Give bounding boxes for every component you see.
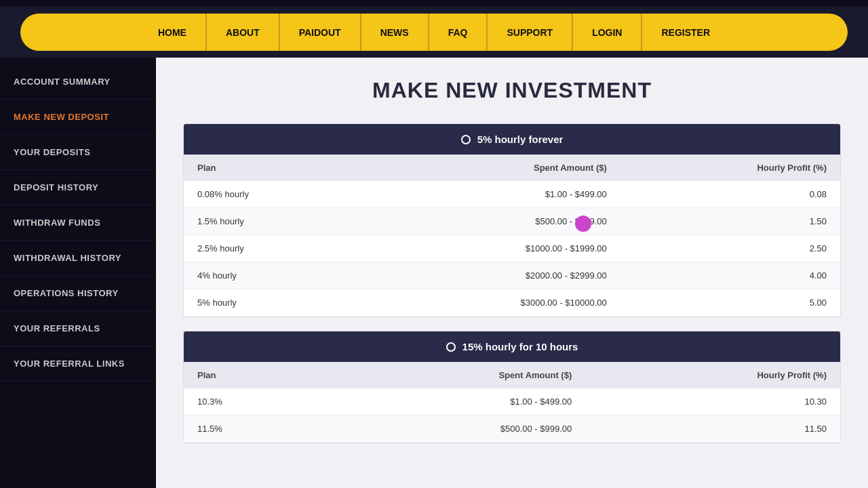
table-row: 10.3%$1.00 - $499.0010.30 [184,388,840,415]
hourly-profit-0-0: 0.08 [620,181,840,208]
sidebar-item-operations-history[interactable]: OPERATIONS HISTORY [0,276,156,311]
table-row: 0.08% hourly$1.00 - $499.000.08 [184,181,840,208]
col-header-1-2: Hourly Profit (%) [585,362,840,388]
spent-amount-0-0: $1.00 - $499.00 [363,181,620,208]
spent-amount-0-3: $2000.00 - $2999.00 [363,262,620,289]
nav-item-login[interactable]: LOGIN [573,14,642,51]
sidebar: ACCOUNT SUMMARYMAKE NEW DEPOSITYOUR DEPO… [0,58,156,488]
plan-container: 5% hourly foreverPlanSpent Amount ($)Hou… [183,123,841,443]
sidebar-item-your-deposits[interactable]: YOUR DEPOSITS [0,135,156,170]
plan-name-0-0: 0.08% hourly [184,181,363,208]
spent-amount-1-0: $1.00 - $499.00 [321,388,586,415]
nav-item-paidout[interactable]: PAIDOUT [280,14,361,51]
hourly-profit-0-3: 4.00 [620,262,840,289]
plan-name-0-1: 1.5% hourly [184,208,363,235]
sidebar-item-your-referral-links[interactable]: YOUR REFERRAL LINKS [0,346,156,382]
plan-header-0[interactable]: 5% hourly forever [184,124,840,155]
plan-section-1: 15% hourly for 10 hoursPlanSpent Amount … [183,331,841,443]
plan-name-1-1: 11.5% [184,415,321,443]
plan-table-1: PlanSpent Amount ($)Hourly Profit (%)10.… [184,362,840,443]
hourly-profit-1-0: 10.30 [585,388,840,415]
col-header-0-1: Spent Amount ($) [363,155,620,181]
plan-section-0: 5% hourly foreverPlanSpent Amount ($)Hou… [183,123,841,317]
nav-item-faq[interactable]: FAQ [429,14,488,51]
table-row: 11.5%$500.00 - $999.0011.50 [184,415,840,443]
main-content: MAKE NEW INVESTMENT 5% hourly foreverPla… [156,58,868,488]
nav-item-support[interactable]: SUPPORT [488,14,573,51]
spent-amount-0-1: $500.00 - $999.00 [363,208,620,235]
table-row: 1.5% hourly$500.00 - $999.001.50 [184,208,840,235]
plan-header-1[interactable]: 15% hourly for 10 hours [184,331,840,362]
sidebar-item-deposit-history[interactable]: DEPOSIT HISTORY [0,170,156,205]
nav-item-home[interactable]: HOME [139,14,207,51]
table-row: 5% hourly$3000.00 - $10000.005.00 [184,289,840,317]
plan-table-0: PlanSpent Amount ($)Hourly Profit (%)0.0… [184,155,840,317]
table-row: 2.5% hourly$1000.00 - $1999.002.50 [184,235,840,262]
nav-item-news[interactable]: NEWS [361,14,429,51]
hourly-profit-0-4: 5.00 [620,289,840,317]
col-header-1-0: Plan [184,362,321,388]
spent-amount-1-1: $500.00 - $999.00 [321,415,586,443]
hourly-profit-0-2: 2.50 [620,235,840,262]
sidebar-item-withdraw-funds[interactable]: WITHDRAW FUNDS [0,205,156,241]
nav-item-register[interactable]: REGISTER [642,14,729,51]
radio-circle-1 [446,342,456,352]
hourly-profit-1-1: 11.50 [585,415,840,443]
navbar: HOMEABOUTPAIDOUTNEWSFAQSUPPORTLOGINREGIS… [20,14,848,51]
sidebar-item-withdrawal-history[interactable]: WITHDRAWAL HISTORY [0,241,156,276]
plan-name-0-4: 5% hourly [184,289,363,317]
sidebar-item-account-summary[interactable]: ACCOUNT SUMMARY [0,64,156,100]
plan-name-1-0: 10.3% [184,388,321,415]
nav-item-about[interactable]: ABOUT [207,14,280,51]
spent-amount-0-4: $3000.00 - $10000.00 [363,289,620,317]
page-title: MAKE NEW INVESTMENT [183,78,841,103]
plan-name-0-2: 2.5% hourly [184,235,363,262]
table-row: 4% hourly$2000.00 - $2999.004.00 [184,262,840,289]
spent-amount-0-2: $1000.00 - $1999.00 [363,235,620,262]
sidebar-item-make-new-deposit[interactable]: MAKE NEW DEPOSIT [0,100,156,135]
main-layout: ACCOUNT SUMMARYMAKE NEW DEPOSITYOUR DEPO… [0,58,868,488]
radio-circle-0 [461,135,471,144]
plan-name-0-3: 4% hourly [184,262,363,289]
col-header-0-0: Plan [184,155,363,181]
sidebar-item-your-referrals[interactable]: YOUR REFERRALS [0,311,156,346]
col-header-0-2: Hourly Profit (%) [620,155,840,181]
hourly-profit-0-1: 1.50 [620,208,840,235]
col-header-1-1: Spent Amount ($) [321,362,586,388]
